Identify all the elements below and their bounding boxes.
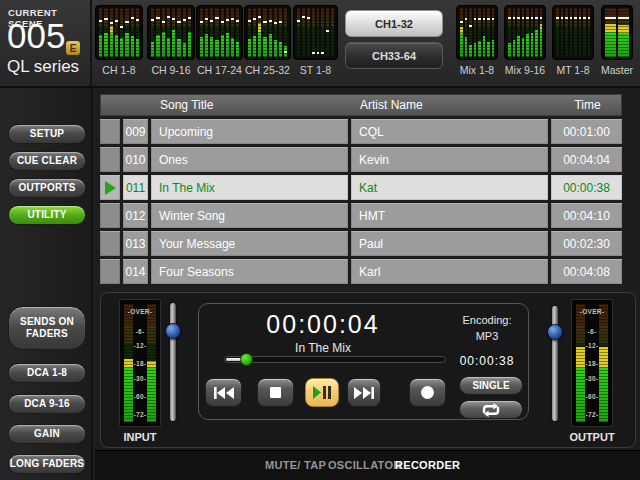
song-number-cell: 014: [123, 259, 148, 284]
meter-peak-hold: [583, 17, 586, 19]
meter-bar: [561, 8, 564, 57]
tab-oscillator[interactable]: OSCILLATOR: [328, 459, 401, 471]
table-row[interactable]: 013Your MessagePaul00:02:30: [100, 231, 622, 256]
meter-block-ch9-16[interactable]: CH 9-16: [147, 5, 195, 76]
meter-block-master[interactable]: Master: [601, 5, 633, 76]
meter-block-ch1-8[interactable]: CH 1-8: [95, 5, 143, 76]
record-icon: [421, 386, 434, 399]
playback-progress-bar[interactable]: [224, 356, 446, 363]
meter-lit-green: [162, 32, 165, 57]
scale-mark: -30-: [572, 375, 612, 382]
meter-bar: [172, 8, 175, 57]
meter-peak-hold: [104, 18, 107, 20]
input-fader-track[interactable]: [170, 303, 176, 421]
sidebar-button-gain[interactable]: GAIN: [8, 424, 86, 444]
meter-peak-hold: [162, 21, 165, 23]
meter-box: [95, 5, 143, 60]
table-row[interactable]: 010OnesKevin00:04:04: [100, 147, 622, 172]
sidebar-button-long-faders[interactable]: LONG FADERS: [8, 454, 86, 474]
repeat-button[interactable]: [459, 400, 523, 419]
meter-block-st1-8[interactable]: ST 1-8: [293, 5, 338, 76]
previous-button[interactable]: [205, 378, 242, 407]
meter-bar: [556, 8, 559, 57]
header-time: Time: [552, 98, 623, 112]
meter-peak-hold: [297, 20, 300, 22]
meter-peak-hold: [99, 20, 102, 22]
meter-peak-hold: [156, 17, 159, 19]
meter-block-mix9-16[interactable]: Mix 9-16: [504, 5, 546, 76]
meter-lit-green: [221, 35, 224, 57]
meter-lit-green: [487, 42, 490, 57]
meter-peak-hold: [487, 18, 490, 20]
artist-name-cell: Kat: [351, 175, 548, 200]
stop-button[interactable]: [257, 378, 294, 407]
progress-thumb[interactable]: [240, 353, 253, 366]
sidebar-button-setup[interactable]: SETUP: [8, 124, 86, 144]
sidebar-button-cue-clear[interactable]: CUE CLEAR: [8, 151, 86, 171]
song-title-cell: Your Message: [151, 231, 348, 256]
meter-bar: [297, 8, 300, 57]
sidebar-button-utility[interactable]: UTILITY: [8, 205, 86, 225]
table-row[interactable]: 012Winter SongHMT00:04:10: [100, 203, 622, 228]
tab-recorder[interactable]: RECORDER: [395, 459, 460, 471]
layer-button-ch1-32[interactable]: CH1-32: [345, 10, 443, 37]
sidebar-button-sends-on-faders[interactable]: SENDS ON FADERS: [8, 306, 86, 350]
meter-bar: [312, 8, 315, 57]
meter-bar: [483, 8, 486, 57]
scale-mark: -12-: [572, 342, 612, 349]
meter-block-label: ST 1-8: [293, 64, 338, 76]
play-indicator-cell: [100, 203, 120, 228]
meter-peak-hold: [531, 17, 534, 19]
table-row[interactable]: 009UpcomingCQL00:01:00: [100, 119, 622, 144]
meter-block-mix1-8[interactable]: Mix 1-8: [456, 5, 498, 76]
single-mode-button[interactable]: SINGLE: [459, 376, 523, 395]
output-fader-knob[interactable]: [547, 324, 563, 340]
io-meter-scale: -OVER--6--12--18--30--60--72-: [120, 304, 160, 422]
table-row[interactable]: 014Four SeasonsKarl00:04:08: [100, 259, 622, 284]
meter-bar: [583, 8, 586, 57]
meter-block-mt1-8[interactable]: MT 1-8: [552, 5, 594, 76]
scale-mark: -30-: [120, 375, 160, 382]
meter-bar: [474, 8, 477, 57]
ql-series-console-screen: CURRENT SCENE 005 E QL series CH 1-8CH 9…: [0, 0, 640, 480]
current-scene-panel[interactable]: CURRENT SCENE 005 E QL series: [0, 0, 92, 86]
meter-lit-green: [540, 30, 543, 57]
meter-block-ch25-32[interactable]: CH 25-32: [244, 5, 291, 76]
play-indicator-cell: [100, 259, 120, 284]
meter-lit-green: [131, 36, 134, 57]
meter-bar: [460, 8, 463, 57]
meter-lit-green: [269, 34, 272, 57]
encoding-label: Encoding:: [447, 314, 527, 326]
sidebar-button-outports[interactable]: OUTPORTS: [8, 178, 86, 198]
recorder-panel: -OVER--6--12--18--30--60--72- INPUT 00:0…: [100, 292, 636, 448]
meter-lit-yellow: [460, 27, 463, 34]
next-button[interactable]: [347, 378, 381, 407]
meter-peak-hold: [465, 18, 468, 20]
scale-mark: -12-: [120, 342, 160, 349]
meter-peak-hold: [618, 17, 629, 19]
meter-lit-green: [226, 33, 229, 58]
record-button[interactable]: [409, 378, 446, 407]
table-row[interactable]: 011In The MixKat00:00:38: [100, 175, 622, 200]
sidebar-button-dca-9-16[interactable]: DCA 9-16: [8, 394, 86, 414]
header-song-title: Song Title: [152, 98, 349, 112]
meter-lit-yellow: [110, 26, 113, 32]
meter-lit-green: [136, 39, 139, 57]
meter-block-ch17-24[interactable]: CH 17-24: [196, 5, 243, 76]
scene-number: 005: [7, 16, 65, 56]
scale-mark: -72-: [572, 410, 612, 417]
input-fader-knob[interactable]: [165, 323, 181, 339]
meter-peak-hold: [317, 52, 320, 54]
layer-button-ch33-64[interactable]: CH33-64: [345, 42, 443, 69]
meter-peak-hold: [125, 21, 128, 23]
meter-bar: [307, 8, 310, 57]
meter-lit-green: [492, 40, 495, 57]
tab-mute-tap[interactable]: MUTE/ TAP: [265, 459, 326, 471]
artist-name-cell: CQL: [351, 119, 548, 144]
meter-bar: [317, 8, 320, 57]
sidebar-button-dca-1-8[interactable]: DCA 1-8: [8, 363, 86, 383]
artist-name-cell: Karl: [351, 259, 548, 284]
play-pause-button[interactable]: [305, 378, 339, 407]
meter-bar: [269, 8, 272, 57]
meter-bar: [605, 8, 616, 57]
